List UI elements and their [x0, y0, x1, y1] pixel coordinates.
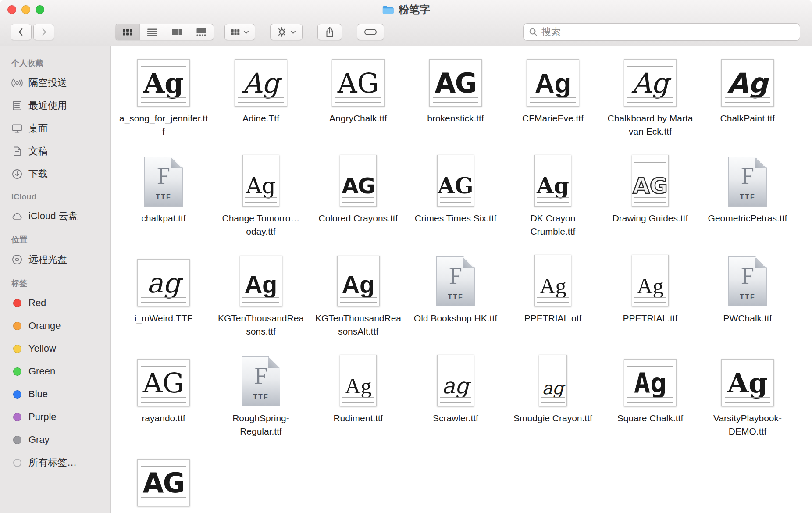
- file-icon-area: Ag: [534, 150, 571, 207]
- file-item[interactable]: AGVTKS ANIMAL 2.ttf: [115, 449, 212, 513]
- file-item[interactable]: AgChange Tomorro…oday.ttf: [212, 150, 310, 249]
- sidebar-item-recents[interactable]: 最近使用: [0, 94, 110, 117]
- baseline-line: [141, 497, 186, 498]
- search-input[interactable]: [541, 26, 794, 38]
- sidebar-item-airdrop[interactable]: 隔空投送: [0, 71, 110, 94]
- tag-icon: [364, 27, 377, 37]
- sidebar-item-remote-disc[interactable]: 远程光盘: [0, 248, 110, 271]
- sidebar-item-tag-gray[interactable]: Gray: [0, 428, 110, 451]
- font-glyph: Ag: [535, 275, 571, 297]
- minimize-button[interactable]: [21, 5, 30, 14]
- sidebar-item-tag-yellow[interactable]: Yellow: [0, 337, 110, 360]
- file-item[interactable]: AgDK Crayon Crumble.ttf: [504, 150, 602, 249]
- guide-line: [634, 162, 666, 163]
- file-item[interactable]: AgSquare Chalk.ttf: [602, 349, 699, 449]
- descender-line: [440, 202, 471, 203]
- font-glyph: Ag: [235, 70, 287, 97]
- sidebar-item-tag-purple[interactable]: Purple: [0, 406, 110, 428]
- file-item[interactable]: AgCFMarieEve.ttf: [504, 50, 602, 150]
- font-glyph: ag: [138, 270, 189, 297]
- group-button[interactable]: [224, 24, 255, 40]
- file-item[interactable]: AGbrokenstick.ttf: [407, 50, 504, 150]
- file-item[interactable]: AGColored Crayons.ttf: [310, 150, 407, 249]
- file-item[interactable]: FTTFOld Bookshop HK.ttf: [407, 249, 504, 349]
- file-item[interactable]: AgVarsityPlaybook-DEMO.ttf: [699, 349, 796, 449]
- file-item[interactable]: FTTFPWChalk.ttf: [699, 249, 796, 349]
- tags-button[interactable]: [357, 24, 384, 40]
- tag-yellow-dot: [11, 343, 23, 354]
- sidebar-item-label: Yellow: [28, 343, 56, 354]
- font-glyph: Ag: [624, 370, 676, 397]
- file-name: PWChalk.ttf: [723, 312, 772, 325]
- font-preview-thumbnail: Ag: [721, 359, 774, 406]
- zoom-button[interactable]: [36, 5, 44, 14]
- file-item[interactable]: FTTFGeometricPetras.ttf: [699, 150, 796, 249]
- font-preview-thumbnail: AG: [137, 359, 190, 406]
- view-gallery-button[interactable]: [189, 24, 214, 40]
- file-item[interactable]: AgKGTenThousandReasons.ttf: [212, 249, 310, 349]
- sidebar-item-desktop[interactable]: 桌面: [0, 117, 110, 140]
- font-glyph: Ag: [243, 175, 279, 197]
- file-item[interactable]: FTTFchalkpat.ttf: [115, 150, 212, 249]
- file-item[interactable]: AGrayando.ttf: [115, 349, 212, 449]
- file-item[interactable]: agi_mWeird.TTF: [115, 249, 212, 349]
- file-item[interactable]: agScrawler.ttf: [407, 349, 504, 449]
- font-glyph: ag: [539, 379, 566, 397]
- file-name: VarsityPlaybook-DEMO.ttf: [703, 412, 792, 438]
- sidebar-item-label: Red: [28, 297, 46, 309]
- chevron-right-icon: [39, 27, 49, 37]
- sidebar-item-label: 隔空投送: [28, 76, 67, 89]
- baseline-line: [342, 397, 374, 398]
- file-item[interactable]: Aga_song_for_jennifer.ttf: [115, 50, 212, 150]
- file-icon-area: Ag: [624, 50, 677, 107]
- sidebar-item-icloud-drive[interactable]: iCloud 云盘: [0, 205, 110, 228]
- titlebar[interactable]: 粉笔字: [0, 0, 812, 19]
- file-item[interactable]: AgPPETRIAL.otf: [504, 249, 602, 349]
- sidebar-item-all-tags[interactable]: 所有标签…: [0, 451, 110, 474]
- baseline-line: [634, 197, 666, 198]
- forward-button[interactable]: [33, 24, 54, 40]
- file-item[interactable]: AGCrimes Times Six.ttf: [407, 150, 504, 249]
- file-item[interactable]: AgRudiment.ttf: [310, 349, 407, 449]
- baseline-line: [541, 397, 565, 398]
- file-item[interactable]: AGDrawing Guides.ttf: [602, 150, 699, 249]
- sidebar-item-tag-green[interactable]: Green: [0, 360, 110, 383]
- font-glyph: Ag: [527, 70, 579, 97]
- view-icons-button[interactable]: [115, 24, 140, 40]
- file-item[interactable]: AgPPETRIAL.ttf: [602, 249, 699, 349]
- sidebar-item-tag-red[interactable]: Red: [0, 292, 110, 314]
- sidebar-item-tag-orange[interactable]: Orange: [0, 314, 110, 337]
- descender-line: [627, 402, 673, 403]
- file-item[interactable]: AgChalkboard by Marta van Eck.ttf: [602, 50, 699, 150]
- sidebar-item-label: 所有标签…: [28, 456, 77, 469]
- back-button[interactable]: [11, 24, 32, 40]
- font-glyph: AG: [438, 175, 474, 197]
- font-preview-thumbnail: Ag: [624, 59, 677, 107]
- file-item[interactable]: AgChalkPaint.ttf: [699, 50, 796, 150]
- sidebar-item-label: 下载: [28, 167, 48, 181]
- file-name: ChalkPaint.ttf: [720, 112, 775, 125]
- view-list-button[interactable]: [140, 24, 164, 40]
- file-item[interactable]: FTTFRoughSpring-Regular.ttf: [212, 349, 310, 449]
- tag-gray-dot: [11, 434, 23, 445]
- search-field[interactable]: [523, 23, 800, 41]
- descender-line: [530, 102, 576, 103]
- sidebar-item-downloads[interactable]: 下载: [0, 163, 110, 185]
- font-preview-thumbnail: AG: [437, 155, 474, 207]
- file-item[interactable]: agSmudgie Crayon.ttf: [504, 349, 602, 449]
- sidebar-item-label: 最近使用: [28, 99, 67, 112]
- file-item[interactable]: AgKGTenThousandReasonsAlt.ttf: [310, 249, 407, 349]
- sidebar-item-documents[interactable]: 文稿: [0, 140, 110, 163]
- sidebar-item-tag-blue[interactable]: Blue: [0, 383, 110, 406]
- action-menu-button[interactable]: [270, 24, 303, 40]
- view-columns-button[interactable]: [164, 24, 189, 40]
- font-preview-thumbnail: AG: [137, 459, 190, 506]
- close-button[interactable]: [7, 5, 16, 14]
- font-preview-thumbnail: Ag: [721, 59, 774, 107]
- baseline-line: [141, 297, 186, 298]
- file-icon-area: AG: [137, 449, 190, 506]
- share-button[interactable]: [317, 24, 342, 40]
- file-item[interactable]: AgAdine.Ttf: [212, 50, 310, 150]
- font-preview-thumbnail: Ag: [534, 155, 571, 207]
- file-item[interactable]: AGAngryChalk.ttf: [310, 50, 407, 150]
